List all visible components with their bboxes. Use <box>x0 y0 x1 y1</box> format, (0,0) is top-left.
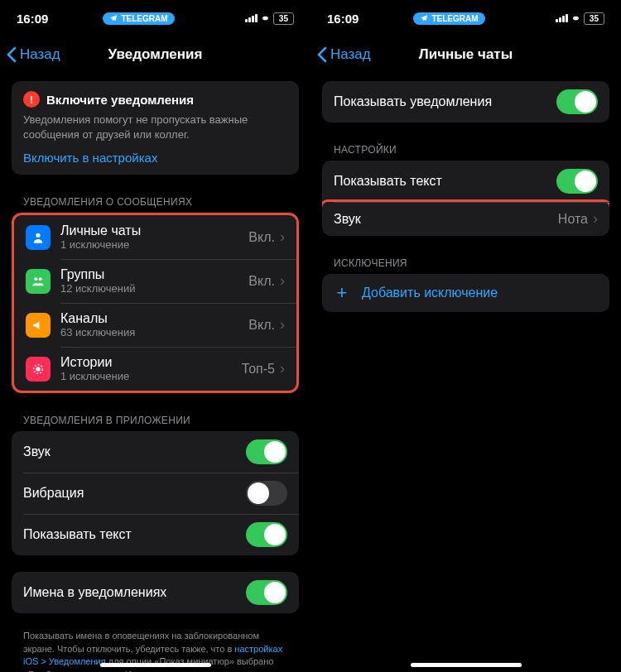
chevron-right-icon: › <box>280 316 285 334</box>
sound-row[interactable]: Звук Нота› <box>322 199 609 236</box>
content-scroll[interactable]: Показывать уведомления НАСТРОЙКИ Показыв… <box>310 73 621 672</box>
back-button[interactable]: Назад <box>310 46 371 63</box>
show-text-row[interactable]: Показывать текст <box>12 514 299 555</box>
back-button[interactable]: Назад <box>0 46 60 63</box>
megaphone-icon <box>26 313 51 338</box>
row-subtitle: 1 исключение <box>60 370 232 382</box>
nav-bar: Назад Уведомления <box>0 36 310 73</box>
row-title: Личные чаты <box>60 223 238 238</box>
vibration-toggle[interactable] <box>246 481 287 506</box>
chevron-left-icon <box>7 46 17 63</box>
section-header-settings: НАСТРОЙКИ <box>322 139 609 161</box>
row-title: Группы <box>60 267 238 282</box>
chevron-right-icon: › <box>280 360 285 377</box>
warning-text: Уведомления помогут не пропускать важные… <box>23 113 287 142</box>
page-title: Уведомления <box>108 46 203 63</box>
row-title: Истории <box>60 355 232 370</box>
person-icon <box>26 225 51 250</box>
svg-point-0 <box>36 233 40 238</box>
alert-icon: ! <box>23 91 40 108</box>
row-title: Каналы <box>60 311 238 326</box>
battery-icon: 35 <box>584 12 604 25</box>
link-icon: ⚭ <box>261 12 270 25</box>
chevron-right-icon: › <box>280 272 285 290</box>
app-pill[interactable]: TELEGRAM <box>103 12 174 25</box>
home-indicator[interactable] <box>100 663 211 667</box>
message-notifications-group: Личные чаты 1 исключение Вкл.› Группы 12… <box>12 213 299 393</box>
show-notifications-toggle[interactable] <box>556 89 598 114</box>
nav-bar: Назад Личные чаты <box>310 36 621 73</box>
signal-icon <box>245 14 258 22</box>
row-subtitle: 12 исключений <box>60 282 238 295</box>
channels-row[interactable]: Каналы 63 исключения Вкл.› <box>14 303 296 347</box>
svg-point-2 <box>39 277 42 281</box>
add-exception-row[interactable]: + Добавить исключение <box>322 274 609 312</box>
svg-point-4 <box>36 367 40 371</box>
sound-toggle[interactable] <box>246 439 287 464</box>
names-group: Имена в уведомлениях <box>12 572 299 613</box>
settings-notifications-screen: 16:09 TELEGRAM ⚭ 35 Назад Уведомления ! … <box>0 0 310 672</box>
stories-icon <box>26 357 51 382</box>
enable-in-settings-link[interactable]: Включить в настройках <box>23 151 287 165</box>
show-notifications-group: Показывать уведомления <box>322 81 609 122</box>
link-icon: ⚭ <box>571 12 580 25</box>
telegram-icon <box>109 14 118 22</box>
home-indicator[interactable] <box>411 663 522 667</box>
stories-row[interactable]: Истории 1 исключение Топ-5› <box>14 347 296 391</box>
row-subtitle: 63 исключения <box>60 326 238 338</box>
show-text-toggle[interactable] <box>556 169 598 194</box>
page-title: Личные чаты <box>419 46 513 63</box>
sound-row[interactable]: Звук <box>12 431 299 473</box>
status-bar: 16:09 TELEGRAM ⚭ 35 <box>310 0 621 36</box>
chevron-right-icon: › <box>593 210 598 228</box>
private-chats-row[interactable]: Личные чаты 1 исключение Вкл.› <box>14 215 296 259</box>
warning-title: Включите уведомления <box>46 93 194 107</box>
group-icon <box>26 269 51 294</box>
show-notifications-row[interactable]: Показывать уведомления <box>322 81 609 122</box>
status-time: 16:09 <box>17 12 66 26</box>
status-bar: 16:09 TELEGRAM ⚭ 35 <box>0 0 310 36</box>
inapp-notifications-group: Звук Вибрация Показывать текст <box>12 431 299 555</box>
row-subtitle: 1 исключение <box>60 238 238 251</box>
enable-notifications-warning: ! Включите уведомления Уведомления помог… <box>12 81 299 175</box>
plus-icon: + <box>334 282 350 304</box>
names-toggle[interactable] <box>246 580 287 605</box>
telegram-icon <box>420 14 428 22</box>
notification-settings-group: Показывать текст Звук Нота› <box>322 161 609 236</box>
battery-icon: 35 <box>273 12 294 25</box>
vibration-row[interactable]: Вибрация <box>12 473 299 514</box>
status-indicators: ⚭ 35 <box>522 12 604 25</box>
signal-icon <box>556 14 568 22</box>
status-indicators: ⚭ 35 <box>211 12 294 25</box>
section-header-messages: УВЕДОМЛЕНИЯ О СООБЩЕНИЯХ <box>12 191 299 213</box>
content-scroll[interactable]: ! Включите уведомления Уведомления помог… <box>0 73 310 672</box>
chevron-left-icon <box>317 46 327 63</box>
private-chats-settings-screen: 16:09 TELEGRAM ⚭ 35 Назад Личные чаты По… <box>310 0 621 672</box>
svg-point-1 <box>34 277 37 281</box>
section-header-exceptions: ИСКЛЮЧЕНИЯ <box>322 252 609 274</box>
names-in-notifications-row[interactable]: Имена в уведомлениях <box>12 572 299 613</box>
section-header-inapp: УВЕДОМЛЕНИЯ В ПРИЛОЖЕНИИ <box>12 410 299 431</box>
status-time: 16:09 <box>327 12 377 26</box>
chevron-right-icon: › <box>280 228 285 246</box>
app-pill[interactable]: TELEGRAM <box>413 12 484 25</box>
exceptions-group: + Добавить исключение <box>322 274 609 312</box>
show-text-toggle[interactable] <box>246 522 287 547</box>
groups-row[interactable]: Группы 12 исключений Вкл.› <box>14 259 296 303</box>
show-text-row[interactable]: Показывать текст <box>322 161 609 202</box>
